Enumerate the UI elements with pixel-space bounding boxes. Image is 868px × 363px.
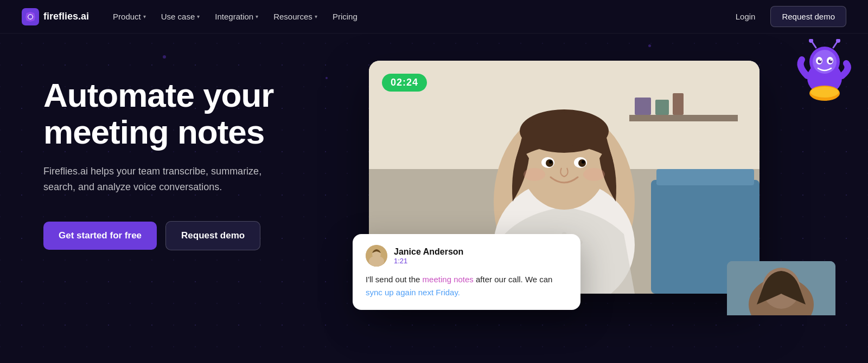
avatar [366,245,387,267]
nav-link-usecase[interactable]: Use case ▾ [155,8,207,25]
transcript-header: Janice Anderson 1:21 [366,245,567,267]
chevron-down-icon: ▾ [315,14,317,20]
nav-left: fireflies.ai Product ▾ Use case ▾ Integr… [22,8,364,25]
highlight-meeting-notes: meeting notes [423,275,474,284]
svg-point-31 [369,256,384,267]
svg-rect-7 [655,100,669,115]
robot-mascot [792,39,857,104]
transcript-person-info: Janice Anderson 1:21 [394,247,463,265]
avatar-image [366,245,387,267]
bottom-person-peek [727,261,835,315]
svg-point-46 [810,87,839,98]
bottom-person-image [727,261,835,315]
svg-point-26 [582,160,585,164]
robot-icon [792,39,857,104]
transcript-text: I'll send out the meeting notes after ou… [366,273,567,299]
svg-point-27 [524,168,545,181]
svg-rect-10 [656,169,754,185]
logo-icon [22,8,39,25]
hero-subtitle: Fireflies.ai helps your team transcribe,… [43,164,293,195]
hero-section: Automate your meeting notes Fireflies.ai… [0,34,868,363]
nav-link-resources[interactable]: Resources ▾ [267,8,324,25]
nav-link-integration[interactable]: Integration ▾ [208,8,265,25]
hero-left: Automate your meeting notes Fireflies.ai… [43,66,347,250]
request-demo-button[interactable]: Request demo [165,221,260,250]
svg-point-25 [549,160,552,164]
svg-rect-5 [629,115,738,121]
nav-link-product[interactable]: Product ▾ [106,8,152,25]
highlight-sync-up: sync up again next Friday. [366,288,460,297]
svg-point-39 [820,60,821,61]
decorative-dot [163,55,166,59]
decorative-dot [648,44,651,47]
nav-links: Product ▾ Use case ▾ Integration ▾ Resou… [106,8,364,25]
decorative-dot [326,77,328,79]
timer-badge: 02:24 [382,74,427,92]
svg-point-40 [831,60,832,61]
chevron-down-icon: ▾ [197,14,200,20]
svg-rect-6 [635,98,651,115]
get-started-button[interactable]: Get started for free [43,222,157,250]
chevron-down-icon: ▾ [256,14,258,20]
navbar: fireflies.ai Product ▾ Use case ▾ Integr… [0,0,868,34]
request-demo-nav-button[interactable]: Request demo [770,6,846,27]
svg-point-28 [583,168,605,181]
logo[interactable]: fireflies.ai [22,8,89,25]
login-button[interactable]: Login [729,8,762,25]
transcript-card: Janice Anderson 1:21 I'll send out the m… [353,234,580,310]
hero-right: 02:24 Janice Anderson 1:21 [369,61,835,294]
chevron-down-icon: ▾ [143,14,146,20]
nav-link-pricing[interactable]: Pricing [326,8,364,25]
svg-point-1 [28,15,32,18]
logo-text: fireflies.ai [43,11,89,22]
svg-rect-8 [673,93,684,115]
transcript-name: Janice Anderson [394,247,463,257]
hero-buttons: Get started for free Request demo [43,221,347,250]
transcript-time: 1:21 [394,257,463,265]
nav-right: Login Request demo [729,6,846,27]
hero-title: Automate your meeting notes [43,77,347,151]
